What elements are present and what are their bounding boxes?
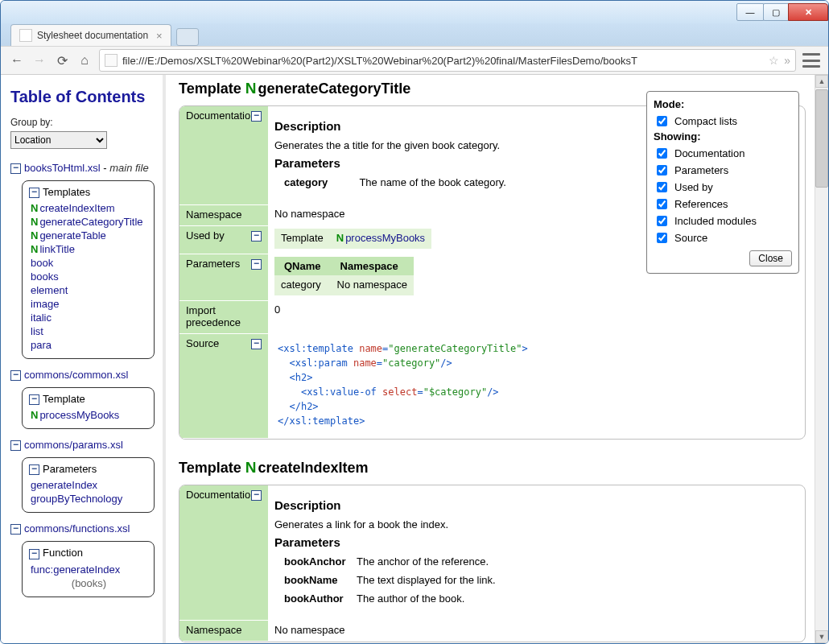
- options-showing-heading: Showing:: [654, 130, 792, 142]
- sidebar-item[interactable]: processMyBooks: [39, 409, 119, 421]
- sidebar-item[interactable]: italic: [31, 312, 52, 324]
- row-parameters: Parameters−: [179, 254, 268, 300]
- option-item[interactable]: Documentation: [654, 146, 792, 161]
- row-import: Import precedence: [179, 300, 268, 333]
- option-item[interactable]: Source: [654, 230, 792, 246]
- vertical-scrollbar[interactable]: ▲ ▼: [815, 75, 828, 643]
- scroll-down-icon[interactable]: ▼: [815, 630, 828, 643]
- url-text: file:///E:/Demos/XSLT%20Webinar%20(Part2…: [122, 55, 764, 67]
- sidebar-item[interactable]: image: [31, 298, 59, 310]
- commons-functions-link[interactable]: commons/functions.xsl: [24, 522, 130, 535]
- source-code: <xsl:template name="generateCategoryTitl…: [278, 341, 798, 428]
- options-panel: Mode: Compact lists Showing: Documentati…: [646, 91, 799, 274]
- parameters-box: −Parameters generateIndexgroupByTechnolo…: [22, 457, 155, 513]
- description-heading: Description: [274, 498, 798, 512]
- forward-button[interactable]: →: [31, 52, 47, 68]
- collapse-icon[interactable]: −: [10, 440, 21, 451]
- template-box: −Template NprocessMyBooks: [22, 387, 155, 429]
- collapse-icon[interactable]: −: [29, 394, 39, 405]
- group-by-label: Group by:: [10, 117, 53, 128]
- window-titlebar: — ▢ ✕: [1, 1, 828, 23]
- collapse-icon[interactable]: −: [251, 231, 262, 242]
- section-title: Template NcreateIndexItem: [179, 459, 806, 477]
- sidebar-title: Table of Contents: [10, 88, 155, 106]
- option-item[interactable]: Used by: [654, 180, 792, 195]
- new-tab-button[interactable]: [176, 28, 199, 46]
- collapse-icon[interactable]: −: [10, 163, 21, 174]
- browser-toolbar: ← → ⟳ ⌂ file:///E:/Demos/XSLT%20Webinar%…: [1, 46, 828, 75]
- option-item[interactable]: Included modules: [654, 213, 792, 229]
- tab-close-icon[interactable]: ×: [156, 30, 163, 42]
- function-box: −Function func:generateIndex(books): [22, 541, 155, 597]
- used-by-link[interactable]: processMyBooks: [345, 232, 425, 244]
- sidebar-item[interactable]: createIndexItem: [39, 202, 114, 214]
- description-text: Generates a link for a book the index.: [274, 518, 798, 530]
- scroll-thumb[interactable]: [815, 89, 828, 188]
- commons-params-link[interactable]: commons/params.xsl: [24, 439, 123, 451]
- sidebar-item[interactable]: element: [31, 284, 68, 296]
- home-button[interactable]: ⌂: [76, 52, 93, 68]
- tab-favicon: [19, 29, 32, 42]
- collapse-icon[interactable]: −: [10, 524, 21, 535]
- sidebar-item[interactable]: para: [31, 339, 52, 351]
- window-maximize-button[interactable]: ▢: [763, 3, 789, 21]
- content-area: Template NgenerateCategoryTitle Document…: [166, 75, 828, 643]
- collapse-icon[interactable]: −: [251, 259, 262, 270]
- main-file-row[interactable]: −booksToHtml.xsl - main file: [10, 162, 155, 174]
- bookmark-star-icon[interactable]: ☆: [769, 54, 779, 67]
- tab-strip: Stylesheet documentation ×: [1, 23, 828, 46]
- compact-checkbox[interactable]: [657, 116, 667, 126]
- options-mode-heading: Mode:: [654, 98, 792, 110]
- sidebar-item[interactable]: generateIndex: [31, 479, 97, 491]
- row-used-by: Used by−: [179, 225, 268, 254]
- row-documentation: Documentation −: [179, 106, 268, 204]
- window-close-button[interactable]: ✕: [788, 3, 828, 21]
- option-compact[interactable]: Compact lists: [654, 114, 792, 129]
- scroll-up-icon[interactable]: ▲: [815, 75, 828, 88]
- row-namespace: Namespace: [179, 204, 268, 225]
- option-item[interactable]: Parameters: [654, 163, 792, 178]
- collapse-icon[interactable]: −: [251, 111, 262, 122]
- sidebar-item[interactable]: list: [31, 325, 43, 337]
- row-namespace: Namespace: [179, 621, 268, 642]
- group-by-select[interactable]: Location: [10, 131, 107, 149]
- collapse-icon[interactable]: −: [251, 339, 262, 349]
- sidebar-item[interactable]: func:generateIndex: [31, 564, 120, 576]
- collapse-icon[interactable]: −: [10, 370, 21, 381]
- collapse-icon[interactable]: −: [29, 188, 39, 198]
- detail-panel: Documentation − Description Generates a …: [179, 485, 806, 643]
- templates-header: Templates: [43, 186, 90, 198]
- browser-tab[interactable]: Stylesheet documentation ×: [10, 24, 171, 46]
- sidebar-item[interactable]: generateTable: [39, 229, 105, 242]
- sidebar-item[interactable]: books: [31, 270, 59, 283]
- collapse-icon[interactable]: −: [29, 464, 39, 475]
- parameters-heading: Parameters: [274, 535, 798, 549]
- url-dropdown-icon[interactable]: »: [784, 54, 790, 67]
- parameters-list: bookAnchorThe anchor of the reference.bo…: [274, 555, 798, 605]
- collapse-icon[interactable]: −: [251, 490, 262, 501]
- reload-button[interactable]: ⟳: [54, 52, 70, 68]
- sidebar-item[interactable]: book: [31, 257, 53, 269]
- row-source: Source−: [179, 333, 268, 438]
- option-item[interactable]: References: [654, 196, 792, 212]
- sidebar-item[interactable]: linkTitle: [39, 243, 75, 255]
- back-button[interactable]: ←: [9, 52, 25, 68]
- window-minimize-button[interactable]: —: [736, 3, 764, 21]
- commons-common-link[interactable]: commons/common.xsl: [24, 369, 128, 381]
- address-bar[interactable]: file:///E:/Demos/XSLT%20Webinar%20(Part2…: [99, 49, 796, 72]
- main-file-link[interactable]: booksToHtml.xsl: [24, 162, 101, 174]
- tab-title: Stylesheet documentation: [37, 30, 148, 41]
- browser-window: — ▢ ✕ Stylesheet documentation × ← → ⟳ ⌂…: [0, 0, 829, 644]
- sidebar-item[interactable]: groupByTechnology: [31, 493, 122, 505]
- collapse-icon[interactable]: −: [29, 549, 39, 559]
- browser-menu-button[interactable]: [802, 53, 820, 68]
- templates-box: −Templates NcreateIndexItemNgenerateCate…: [22, 180, 155, 359]
- sidebar: Table of Contents Group by: Location −bo…: [1, 75, 166, 643]
- row-documentation: Documentation −: [179, 485, 268, 621]
- options-close-button[interactable]: Close: [749, 250, 792, 266]
- sidebar-item[interactable]: generateCategoryTitle: [39, 216, 142, 228]
- page-icon: [105, 54, 118, 67]
